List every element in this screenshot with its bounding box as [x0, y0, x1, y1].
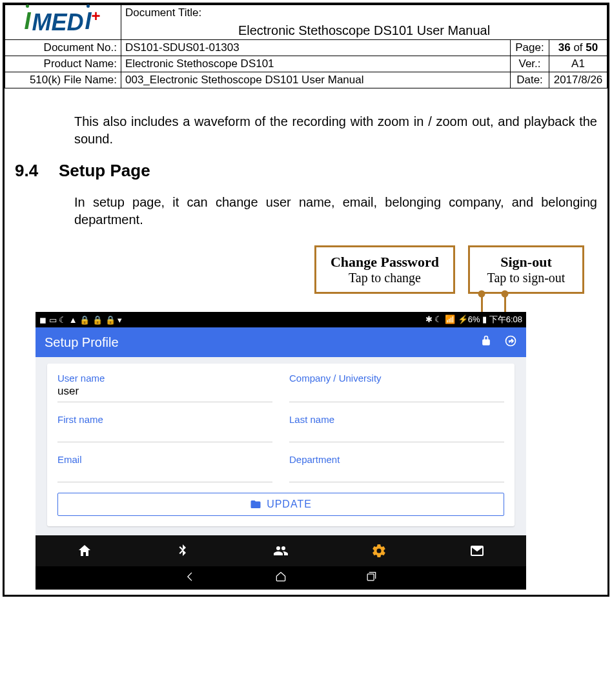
app-bar-title: Setup Profile — [45, 335, 119, 350]
doc-header-table: I MED I + Document Title: Electronic Ste… — [5, 5, 607, 88]
ver-label: Ver.: — [511, 56, 549, 72]
android-status-bar: ◼ ▭ ☾ ▲ 🔒 🔒 🔒 ▾ ✱ ☾ 📶 ⚡6% ▮ 下午6:08 — [36, 312, 526, 327]
nav-mail[interactable] — [428, 535, 526, 566]
doc-title: Electronic Stethoscope DS101 User Manual — [125, 19, 603, 38]
file-value: 003_Electronic Stethoscope DS101 User Ma… — [121, 72, 511, 88]
profile-card: User name user Company / University Firs… — [47, 364, 515, 526]
username-field[interactable]: User name user — [57, 373, 272, 402]
update-button[interactable]: UPDATE — [57, 493, 504, 516]
app-screenshot: ◼ ▭ ☾ ▲ 🔒 🔒 🔒 ▾ ✱ ☾ 📶 ⚡6% ▮ 下午6:08 Setup… — [36, 312, 526, 590]
app-body: User name user Company / University Firs… — [36, 357, 526, 535]
callout-subtitle: Tap to change — [331, 271, 439, 285]
nav-bluetooth[interactable] — [134, 535, 232, 566]
svg-rect-1 — [367, 574, 374, 581]
status-right: ✱ ☾ 📶 ⚡6% ▮ 下午6:08 — [425, 314, 522, 325]
department-field[interactable]: Department — [289, 454, 504, 482]
doc-no-value: DS101-SDUS01-01303 — [121, 40, 511, 56]
doc-title-cell: Document Title: Electronic Stethoscope D… — [121, 5, 607, 40]
paragraph-setup: In setup page, it can change user name, … — [74, 194, 597, 229]
callout-signout: Sign-out Tap to sign-out — [468, 245, 584, 294]
recents-icon[interactable] — [365, 570, 378, 586]
callout-title: Sign-out — [484, 254, 568, 271]
logo-cell: I MED I + — [5, 5, 121, 40]
page-label: Page: — [511, 40, 549, 56]
callout-subtitle: Tap to sign-out — [484, 271, 568, 285]
firstname-field[interactable]: First name — [57, 414, 272, 442]
lock-icon[interactable] — [480, 335, 493, 351]
status-left-icons: ◼ ▭ ☾ ▲ 🔒 🔒 🔒 ▾ — [39, 315, 122, 325]
nav-home[interactable] — [36, 535, 134, 566]
date-label: Date: — [511, 72, 549, 88]
doc-no-label: Document No.: — [5, 40, 121, 56]
callout-change-password: Change Password Tap to change — [314, 245, 455, 294]
section-heading: 9.4Setup Page — [15, 161, 602, 181]
product-label: Product Name: — [5, 56, 121, 72]
company-field[interactable]: Company / University — [289, 373, 504, 402]
file-label: 510(k) File Name: — [5, 72, 121, 88]
email-field[interactable]: Email — [57, 454, 272, 482]
paragraph-waveform: This also includes a waveform of the rec… — [74, 113, 597, 148]
home-icon[interactable] — [274, 570, 287, 586]
plus-icon: + — [92, 7, 101, 25]
callout-title: Change Password — [331, 254, 439, 271]
date-value: 2017/8/26 — [549, 72, 607, 88]
signout-icon[interactable] — [504, 335, 517, 351]
folder-icon — [250, 499, 261, 510]
page-value: 36 of 50 — [549, 40, 607, 56]
product-value: Electronic Stethoscope DS101 — [121, 56, 511, 72]
doc-title-label: Document Title: — [125, 6, 603, 19]
nav-settings-active[interactable] — [330, 535, 428, 566]
callout-row: Change Password Tap to change Sign-out T… — [10, 245, 602, 294]
imedi-logo: I MED I + — [9, 7, 117, 37]
ver-value: A1 — [549, 56, 607, 72]
back-icon[interactable] — [184, 570, 197, 586]
nav-people[interactable] — [232, 535, 330, 566]
bottom-nav — [36, 535, 526, 566]
lastname-field[interactable]: Last name — [289, 414, 504, 442]
android-nav-bar — [36, 566, 526, 590]
app-bar: Setup Profile — [36, 327, 526, 357]
